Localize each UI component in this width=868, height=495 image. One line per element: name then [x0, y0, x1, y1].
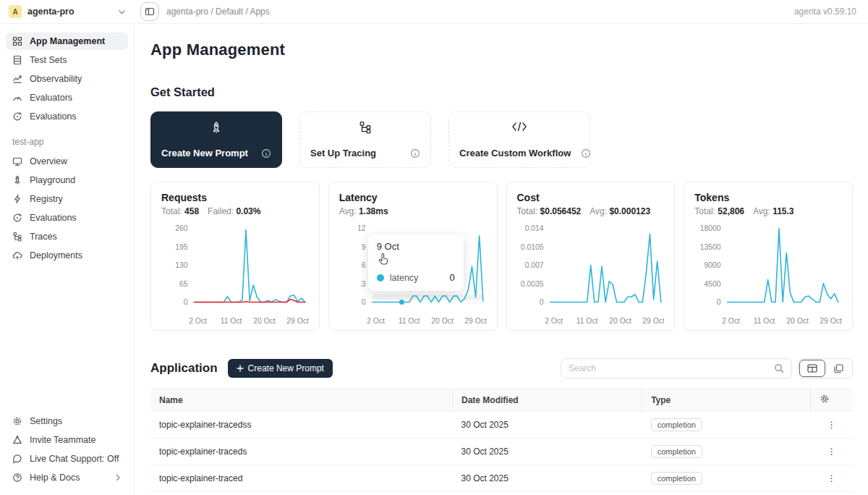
gear-icon — [12, 416, 22, 426]
get-started-title: Get Started — [150, 85, 853, 99]
chart-stats: Total: 458 Failed: 0.03% — [161, 206, 309, 216]
chat-bubble-icon — [12, 454, 22, 464]
info-icon[interactable] — [410, 148, 420, 158]
sidebar-item-test-sets[interactable]: Test Sets — [6, 51, 128, 69]
breadcrumb[interactable]: agenta-pro / Default / Apps — [166, 7, 270, 17]
tracing-tree-icon — [310, 121, 420, 134]
workspace-name: agenta-pro — [27, 7, 112, 17]
table-row[interactable]: topic-explainer-tracedss 30 Oct 2025 com… — [150, 412, 853, 439]
svg-text:29 Oct: 29 Oct — [642, 317, 664, 325]
requests-chart-card: Requests Total: 458 Failed: 0.03% 065130… — [150, 182, 320, 331]
card-view-icon — [834, 364, 843, 373]
info-icon[interactable] — [261, 148, 271, 158]
create-new-prompt-card[interactable]: Create New Prompt — [150, 111, 282, 168]
search-input[interactable] — [569, 363, 768, 373]
info-icon[interactable] — [581, 148, 591, 158]
svg-text:0: 0 — [362, 298, 366, 306]
workspace-selector[interactable]: A agenta-pro — [0, 5, 135, 18]
app-date: 30 Oct 2025 — [453, 439, 642, 465]
sidebar-item-playground[interactable]: Playground — [6, 172, 128, 189]
chart-stats: Total: 52,806 Avg: 115.3 — [694, 206, 842, 216]
create-new-prompt-button[interactable]: Create New Prompt — [228, 359, 333, 378]
sidebar-item-evaluators[interactable]: Evaluators — [6, 89, 128, 106]
sidebar-item-help-docs[interactable]: Help & Docs — [6, 469, 128, 486]
cost-chart-card: Cost Total: $0.056452 Avg: $0.000123 00.… — [506, 182, 676, 331]
chevron-down-icon — [118, 8, 126, 16]
sidebar-collapse-button[interactable] — [140, 2, 159, 21]
sidebar-item-observability[interactable]: Observability — [6, 70, 128, 88]
sidebar-item-overview[interactable]: Overview — [6, 153, 128, 170]
sidebar-item-invite-teammate[interactable]: Invite Teammate — [6, 431, 128, 449]
svg-text:4500: 4500 — [705, 280, 721, 288]
table-settings-header[interactable] — [811, 389, 853, 412]
application-header: Application Create New Prompt — [150, 358, 853, 378]
code-icon — [459, 121, 579, 132]
row-menu-button[interactable]: ⋮ — [811, 439, 853, 465]
search-icon[interactable] — [774, 363, 784, 373]
type-badge: completion — [651, 472, 702, 485]
app-name[interactable]: topic-explainer-traced — [150, 465, 453, 492]
sidebar-item-settings[interactable]: Settings — [6, 412, 128, 430]
svg-text:0.0105: 0.0105 — [520, 243, 543, 251]
app-name[interactable]: career-assessment — [150, 492, 453, 495]
rocket-icon — [161, 121, 271, 135]
sidebar-item-live-chat[interactable]: Live Chat Support: Off — [6, 450, 128, 468]
cycle-icon — [12, 213, 22, 223]
svg-text:11 Oct: 11 Oct — [221, 317, 242, 325]
row-menu-button[interactable]: ⋮ — [811, 465, 853, 492]
svg-text:65: 65 — [179, 280, 188, 288]
type-badge: completion — [651, 418, 702, 431]
svg-text:11 Oct: 11 Oct — [398, 317, 420, 325]
tooltip-series-name: latency — [390, 273, 419, 283]
tokens-chart[interactable]: 04500900013500180002 Oct11 Oct20 Oct29 O… — [694, 221, 842, 326]
app-date: 30 Oct 2025 — [453, 412, 642, 439]
table-view-icon — [807, 364, 817, 373]
create-custom-workflow-card[interactable]: Create Custom Workflow — [448, 111, 590, 168]
row-menu-button[interactable]: ⋮ — [811, 492, 853, 495]
table-row[interactable]: topic-explainer-traced 30 Oct 2025 compl… — [150, 465, 853, 492]
sidebar-item-label: Test Sets — [30, 55, 67, 65]
set-up-tracing-card[interactable]: Set Up Tracing — [299, 111, 431, 168]
sidebar-item-label: Observability — [30, 74, 82, 84]
table-row[interactable]: topic-explainer-traceds 30 Oct 2025 comp… — [150, 439, 853, 465]
sidebar-project-label: test-app — [12, 137, 122, 147]
sidebar-item-evaluations[interactable]: Evaluations — [6, 108, 128, 125]
cost-chart[interactable]: 00.00350.0070.01050.0142 Oct11 Oct20 Oct… — [517, 221, 665, 326]
svg-text:11 Oct: 11 Oct — [576, 317, 597, 325]
chart-stats: Avg: 1.38ms — [339, 206, 487, 216]
column-header-name[interactable]: Name — [150, 389, 453, 412]
app-name[interactable]: topic-explainer-tracedss — [150, 412, 453, 439]
sidebar-item-label: Deployments — [30, 250, 82, 261]
svg-text:260: 260 — [175, 224, 188, 232]
table-view-button[interactable] — [799, 360, 825, 377]
svg-text:18000: 18000 — [700, 224, 721, 232]
sidebar-item-traces[interactable]: Traces — [6, 228, 128, 245]
sidebar-item-deployments[interactable]: Deployments — [6, 247, 128, 264]
sidebar-item-evaluations-project[interactable]: Evaluations — [6, 209, 128, 227]
chart-title: Requests — [161, 192, 309, 203]
gear-icon — [820, 394, 830, 404]
requests-chart[interactable]: 0651301952602 Oct11 Oct20 Oct29 Oct — [161, 221, 309, 326]
monitor-icon — [12, 156, 22, 166]
table-row[interactable]: career-assessment 27 Oct 2025 completion… — [150, 492, 853, 495]
svg-text:2 Oct: 2 Oct — [367, 317, 385, 325]
svg-text:20 Oct: 20 Oct — [431, 317, 454, 325]
svg-text:2 Oct: 2 Oct — [545, 317, 563, 325]
sidebar-item-label: Traces — [30, 232, 57, 242]
app-name[interactable]: topic-explainer-traceds — [150, 439, 453, 465]
row-menu-button[interactable]: ⋮ — [811, 412, 853, 439]
card-view-button[interactable] — [825, 360, 851, 377]
svg-text:13500: 13500 — [700, 243, 721, 251]
column-header-date-modified[interactable]: Date Modified — [453, 389, 642, 412]
series-dot — [377, 274, 384, 282]
sidebar-item-app-management[interactable]: App Management — [6, 33, 128, 50]
sidebar-item-label: Evaluations — [30, 213, 77, 223]
cloud-upload-icon — [12, 250, 22, 261]
page-title: App Management — [150, 41, 853, 59]
column-header-type[interactable]: Type — [642, 389, 811, 412]
line-chart-icon — [12, 74, 22, 84]
svg-text:195: 195 — [175, 243, 188, 251]
cycle-icon — [12, 111, 22, 122]
sidebar-item-registry[interactable]: Registry — [6, 190, 128, 208]
table-icon — [12, 55, 22, 65]
